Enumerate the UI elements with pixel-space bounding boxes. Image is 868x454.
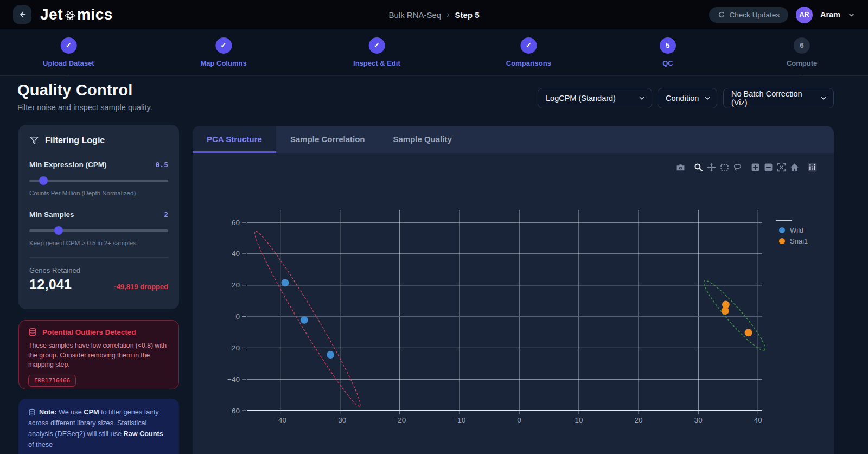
svg-text:10: 10: [575, 416, 583, 424]
divider: [29, 257, 168, 258]
zoom-in-icon[interactable]: [751, 163, 760, 172]
chart-legend: WildSnai1: [779, 219, 808, 246]
color-by-select[interactable]: Condition: [658, 88, 717, 108]
svg-text:−40: −40: [227, 375, 240, 383]
box-select-icon[interactable]: [720, 163, 729, 172]
page-title: Quality Control: [17, 81, 132, 99]
min-expression-label: Min Expression (CPM): [29, 161, 107, 169]
breadcrumb-current: Step 5: [455, 10, 480, 20]
plotly-modebar: [676, 163, 817, 172]
normalization-select-value: LogCPM (Standard): [546, 94, 616, 103]
reset-home-icon[interactable]: [790, 163, 799, 172]
step-check-icon: ✓: [60, 37, 76, 54]
check-updates-label: Check Updates: [730, 11, 780, 19]
min-expression-slider-track[interactable]: [29, 180, 168, 182]
logo-text-suffix: mics: [77, 6, 113, 23]
back-arrow-icon: [18, 10, 27, 19]
back-button[interactable]: [13, 5, 31, 24]
app-logo: Jet mics: [40, 6, 113, 23]
batch-correction-select[interactable]: No Batch Correction (Viz): [723, 88, 834, 108]
refresh-icon: [718, 11, 725, 18]
svg-text:0: 0: [235, 312, 240, 321]
database-icon: [28, 328, 37, 336]
step-compute[interactable]: 6Compute: [787, 37, 817, 67]
filtering-logic-title: Filtering Logic: [45, 136, 105, 145]
legend-label: Snai1: [790, 237, 808, 245]
min-expression-slider-thumb[interactable]: [39, 176, 48, 185]
page-subtitle: Filter noise and inspect sample quality.: [17, 103, 152, 112]
svg-text:0: 0: [517, 416, 521, 424]
step-label: Inspect & Edit: [353, 59, 400, 67]
svg-text:20: 20: [635, 416, 643, 424]
legend-dot: [779, 227, 785, 233]
step-inspect-edit[interactable]: ✓Inspect & Edit: [353, 37, 400, 67]
chevron-down-icon: [704, 95, 711, 101]
step-number: 5: [660, 37, 676, 54]
outlier-alert: Potential Outliers Detected These sample…: [18, 320, 179, 389]
svg-text:40: 40: [754, 416, 762, 424]
user-menu-chevron-icon[interactable]: [848, 11, 855, 18]
filtering-logic-card: Filtering Logic Min Expression (CPM) 0.5…: [18, 125, 179, 309]
stepper: ✓Upload Dataset✓Map Columns✓Inspect & Ed…: [0, 29, 868, 76]
plotly-logo-icon[interactable]: [808, 163, 817, 172]
header-right: Check Updates AR Aram: [709, 7, 855, 23]
step-map-columns[interactable]: ✓Map Columns: [200, 37, 246, 67]
logo-text-prefix: Jet: [40, 6, 63, 23]
min-expression-slider[interactable]: [29, 176, 168, 185]
qc-tab-bar: PCA StructureSample CorrelationSample Qu…: [193, 126, 834, 153]
svg-text:−40: −40: [274, 416, 286, 424]
svg-text:−20: −20: [393, 416, 406, 424]
step-check-icon: ✓: [368, 37, 385, 54]
step-comparisons[interactable]: ✓Comparisons: [506, 37, 551, 67]
outlier-alert-title: Potential Outliers Detected: [42, 328, 136, 336]
chevron-down-icon: [639, 95, 645, 101]
svg-text:−60: −60: [227, 407, 240, 415]
lasso-select-icon[interactable]: [733, 163, 742, 172]
legend-line-sample[interactable]: [776, 220, 792, 221]
svg-text:30: 30: [694, 416, 703, 424]
step-check-icon: ✓: [215, 37, 232, 54]
batch-correction-select-value: No Batch Correction (Viz): [731, 89, 815, 107]
min-samples-label: Min Samples: [29, 210, 74, 219]
tab-pca-structure[interactable]: PCA Structure: [193, 126, 276, 153]
app-root: { "theme": { "accent": "#5a50ec", "dange…: [0, 0, 868, 454]
check-updates-button[interactable]: Check Updates: [709, 7, 788, 23]
breadcrumb: Bulk RNA-Seq › Step 5: [388, 0, 479, 29]
database-icon: [28, 408, 36, 416]
tab-sample-correlation[interactable]: Sample Correlation: [276, 126, 379, 153]
avatar-initials: AR: [799, 11, 809, 18]
camera-icon[interactable]: [676, 163, 685, 172]
svg-text:20: 20: [232, 281, 240, 289]
tab-sample-quality[interactable]: Sample Quality: [379, 126, 466, 153]
avatar[interactable]: AR: [796, 7, 813, 23]
pca-plot[interactable]: −40−30−20−10010203040−60−40−200204060: [194, 207, 834, 454]
min-samples-slider-track[interactable]: [29, 229, 168, 232]
zoom-icon[interactable]: [694, 163, 703, 172]
normalization-select[interactable]: LogCPM (Standard): [538, 88, 652, 108]
legend-item-wild[interactable]: Wild: [779, 225, 808, 235]
step-label: Upload Dataset: [43, 59, 94, 67]
breadcrumb-section[interactable]: Bulk RNA-Seq: [388, 10, 441, 20]
svg-text:60: 60: [232, 219, 240, 227]
svg-text:40: 40: [232, 250, 240, 258]
pan-icon[interactable]: [707, 163, 716, 172]
legend-item-snai1[interactable]: Snai1: [779, 235, 808, 246]
step-qc[interactable]: 5QC: [660, 37, 676, 67]
step-label: QC: [660, 59, 676, 67]
min-samples-slider[interactable]: [29, 226, 168, 235]
breadcrumb-separator: ›: [446, 10, 449, 20]
min-samples-caption: Keep gene if CPM > 0.5 in 2+ samples: [29, 240, 168, 246]
legend-dot: [779, 238, 785, 244]
cpm-note: Note: We use CPM to filter genes fairly …: [18, 399, 179, 454]
step-check-icon: ✓: [520, 37, 537, 54]
genes-dropped-count: -49,819 dropped: [114, 283, 168, 291]
outlier-alert-body: These samples have low correlation (<0.8…: [28, 341, 170, 370]
autoscale-icon[interactable]: [777, 163, 786, 172]
zoom-out-icon[interactable]: [764, 163, 773, 172]
step-upload-dataset[interactable]: ✓Upload Dataset: [43, 37, 94, 67]
outlier-sample-badge[interactable]: ERR1736466: [28, 375, 76, 387]
step-label: Map Columns: [200, 59, 246, 67]
svg-text:−20: −20: [227, 344, 240, 352]
dna-knot-icon: [63, 9, 76, 22]
min-samples-slider-thumb[interactable]: [54, 226, 63, 235]
